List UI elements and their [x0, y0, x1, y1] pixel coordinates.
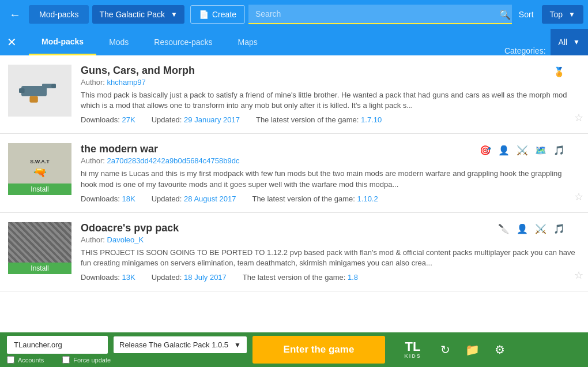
mod-badge-icon: 👤 — [514, 221, 530, 237]
mod-desc: hi my name is Lucas and this is my first… — [81, 168, 580, 189]
modpacks-top-tab[interactable]: Mod-packs — [29, 5, 89, 24]
bottom-top-row: Release The Galactic Pack 1.0.5 ▼ — [7, 336, 247, 354]
mod-badge-icon: 👤 — [496, 142, 512, 158]
mod-badge-icon: 🎵 — [551, 142, 567, 158]
mod-thumbnail-guns — [8, 65, 71, 117]
second-nav-bar: ✕ Mod-packs Mods Resource-packs Maps Cat… — [0, 29, 588, 55]
mod-badge-icon: ⚔️ — [514, 142, 530, 158]
bottom-left: Release The Galactic Pack 1.0.5 ▼ Accoun… — [7, 336, 247, 364]
mod-desc: THIS PROJECT IS SOON GOING TO BE PORTED … — [81, 248, 580, 268]
bottom-bar: Release The Galactic Pack 1.0.5 ▼ Accoun… — [0, 332, 588, 367]
settings-button[interactable]: ⚙ — [490, 340, 510, 359]
bottom-bottom-row: Accounts Force update — [7, 356, 247, 364]
mod-badge-icon: ⚔️ — [533, 221, 549, 237]
mod-desc: This mod pack is basically just a pack t… — [81, 90, 580, 111]
version-dropdown[interactable]: Release The Galactic Pack 1.0.5 ▼ — [114, 336, 247, 353]
force-update-checkbox[interactable] — [62, 356, 70, 364]
tab-modpacks[interactable]: Mod-packs — [29, 29, 96, 55]
mod-badge-icon: 🔪 — [496, 221, 512, 237]
tab-maps[interactable]: Maps — [225, 29, 270, 55]
chevron-down-icon: ▼ — [171, 10, 178, 18]
mod-content-guns: Guns, Cars, and Morph Author: khchamp97 … — [81, 65, 580, 124]
mod-item-modernwar: S.W.A.T 🔫 Install the modern war Author:… — [0, 134, 588, 212]
launcher-url-input[interactable] — [7, 336, 108, 354]
create-button[interactable]: 📄 Create — [190, 5, 245, 24]
tools-icon[interactable]: ✕ — [0, 29, 24, 55]
favorite-star-icon[interactable]: ☆ — [574, 269, 583, 282]
mod-meta: Downloads: 27K Updated: 29 January 2017 … — [81, 115, 580, 124]
search-icon: 🔍 — [499, 9, 511, 20]
install-button-modernwar[interactable]: Install — [8, 184, 71, 195]
accounts-label: Accounts — [18, 357, 44, 364]
mod-meta: Downloads: 18K Updated: 28 August 2017 T… — [81, 194, 580, 203]
create-doc-icon: 📄 — [199, 10, 209, 19]
pack-selector-dropdown[interactable]: The Galactic Pack ▼ — [92, 5, 184, 24]
chevron-down-icon: ▼ — [568, 10, 575, 18]
mod-author: Author: khchamp97 — [81, 78, 580, 87]
categories-value: All — [559, 38, 568, 47]
mod-icon-list: 🔪 👤 ⚔️ 🎵 — [496, 221, 567, 237]
search-input[interactable] — [248, 5, 512, 24]
chevron-down-icon: ▼ — [573, 38, 580, 46]
tab-mods[interactable]: Mods — [96, 29, 141, 55]
accounts-checkbox[interactable] — [7, 356, 14, 364]
mod-icon-list: 🏅 — [551, 63, 567, 80]
author-link[interactable]: Davoleo_K — [107, 235, 144, 244]
categories-dropdown[interactable]: All ▼ — [551, 29, 588, 55]
mod-list: Guns, Cars, and Morph Author: khchamp97 … — [0, 55, 588, 332]
svg-rect-2 — [29, 96, 37, 103]
chevron-down-icon: ▼ — [234, 341, 241, 349]
mod-badge-icon: 🎯 — [477, 142, 493, 158]
favorite-star-icon[interactable]: ☆ — [574, 111, 583, 124]
mod-icon-list: 🎯 👤 ⚔️ 🗺️ 🎵 — [477, 142, 567, 158]
mod-badge-icon: 🏅 — [551, 63, 567, 80]
sort-top-dropdown[interactable]: Top ▼ — [542, 5, 583, 24]
svg-point-4 — [51, 84, 56, 88]
mod-meta: Downloads: 13K Updated: 18 July 2017 The… — [81, 273, 580, 282]
sort-label: Sort — [514, 10, 538, 19]
top-sort-label: Top — [550, 10, 563, 19]
top-header-bar: ← Mod-packs The Galactic Pack ▼ 📄 Create… — [0, 0, 588, 29]
favorite-star-icon[interactable]: ☆ — [574, 190, 583, 203]
svg-rect-3 — [19, 88, 25, 93]
author-link[interactable]: khchamp97 — [107, 78, 146, 87]
author-link[interactable]: 2a70d283dd4242a9b0d5684c4758b9dc — [107, 156, 240, 165]
enter-game-button[interactable]: Enter the game — [252, 336, 385, 364]
selected-pack-label: The Galactic Pack — [99, 10, 165, 19]
mod-badge-icon: 🎵 — [551, 221, 567, 237]
tab-resource-packs[interactable]: Resource-packs — [141, 29, 225, 55]
mod-item-pvp: Install Odoacre's pvp pack Author: Davol… — [0, 213, 588, 291]
mod-thumbnail-pvp: Install — [8, 222, 71, 274]
folder-button[interactable]: 📁 — [461, 340, 484, 359]
version-label: Release The Galactic Pack 1.0.5 — [119, 340, 228, 349]
mod-badge-icon: 🗺️ — [533, 142, 549, 158]
install-button-pvp[interactable]: Install — [8, 263, 71, 274]
back-button[interactable]: ← — [5, 6, 25, 24]
tl-logo: TL KIDS — [395, 340, 430, 359]
mod-item-guns: Guns, Cars, and Morph Author: khchamp97 … — [0, 55, 588, 134]
categories-label: Categories: — [504, 46, 551, 55]
force-update-label: Force update — [73, 357, 111, 364]
mod-thumbnail-modernwar: S.W.A.T 🔫 Install — [8, 143, 71, 195]
mod-title: Guns, Cars, and Morph — [81, 65, 580, 77]
refresh-button[interactable]: ↻ — [436, 340, 455, 359]
